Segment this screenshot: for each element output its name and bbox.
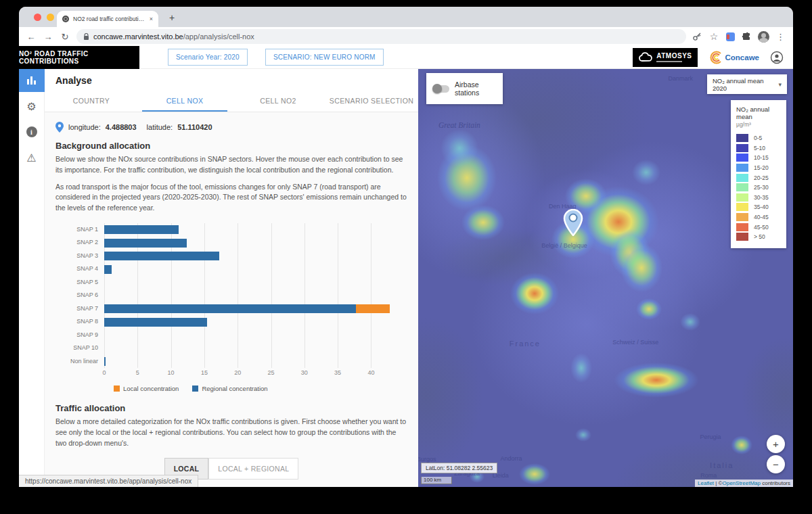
bar-row [104,342,391,355]
legend-range-label: 0-5 [754,135,762,141]
traffic-allocation-para: Below a more detailed categorization for… [55,417,407,448]
scenario-year-button[interactable]: Scenario Year: 2020 [168,49,248,66]
map-layer-dropdown[interactable]: NO₂ annual mean 2020 ▾ [707,74,787,94]
concawe-logo-text: Concawe [725,53,760,62]
key-icon[interactable] [692,32,702,41]
back-icon[interactable]: ← [26,32,37,42]
status-url-tooltip: https://concawe.marvintest.vito.be/app/a… [19,475,198,487]
zoom-out-button[interactable]: − [767,455,785,473]
bar-segment[interactable] [104,265,112,274]
leaflet-link[interactable]: Leaflet [698,480,714,486]
close-window-button[interactable] [34,14,41,21]
browser-tab[interactable]: NO2 road traffic contributions × [57,11,158,27]
map-legend-card: NO₂ annual mean µg/m³ 0-55-1010-1515-202… [731,100,786,248]
map-legend-row: 40-45 [736,212,781,223]
bar-segment[interactable] [104,252,219,260]
heatmap-city-stuttgart [636,298,662,320]
category-label: SNAP 10 [55,342,104,355]
tab-country[interactable]: COUNTRY [45,91,138,112]
atmosys-logo: ATMOSYS [633,48,697,67]
map-layer-dropdown-label: NO₂ annual mean 2020 [713,77,778,92]
bar-row [104,315,391,329]
local-regional-button[interactable]: LOCAL + REGIONAL [208,458,298,480]
map-legend-row: 10-15 [736,153,781,163]
legend-range-label: 5-10 [754,145,765,151]
x-tick-label: 0 [102,369,106,376]
url-domain: concawe.marvintest.vito.be [93,32,183,41]
scenario-button[interactable]: SCENARIO: NEW EURO NORM [265,49,384,66]
category-label: SNAP 9 [55,329,104,342]
legend-range-label: 40-45 [754,214,769,220]
bar-segment[interactable] [104,225,179,234]
sidebar-item-info[interactable]: i [19,120,45,143]
x-tick-label: 15 [201,369,208,376]
account-icon[interactable] [770,51,784,64]
bookmark-star-icon[interactable]: ☆ [708,31,719,42]
legend-swatch [736,174,748,182]
sidebar-item-settings[interactable]: ⚙ [19,95,45,118]
bar-row [104,262,391,276]
minimize-window-button[interactable] [47,14,54,21]
heatmap-major-po-valley [614,363,698,398]
tab-close-icon[interactable]: × [150,16,153,22]
latlon-readout: LatLon: 51.08282 2.55623 [421,463,497,473]
location-row: longitude: 4.488803 latitude: 51.110420 [55,122,407,133]
bar-segment[interactable] [104,304,356,313]
browser-menu-icon[interactable]: ⋮ [776,32,785,42]
url-text: concawe.marvintest.vito.be/app/analysis/… [93,32,254,41]
zoom-in-button[interactable]: + [767,435,785,453]
address-bar[interactable]: concawe.marvintest.vito.be/app/analysis/… [76,29,686,44]
url-path: /app/analysis/cell-nox [183,32,254,41]
airbase-stations-toggle[interactable] [433,85,449,93]
reload-icon[interactable]: ↻ [60,32,70,42]
warning-icon: ⚠ [26,151,36,164]
tab-cell-nox[interactable]: CELL NOX [138,91,231,112]
heatmap-sea [742,337,793,452]
map-legend-row: 5-10 [736,143,781,154]
bar-row [104,329,391,342]
heatmap-city-barcelona [519,463,550,485]
map-legend-row: 0-5 [736,133,781,143]
heatmap-faint-lyon [570,353,592,383]
map[interactable]: Great BritainDanmarkKøbenhavnDen HaagBel… [418,69,793,487]
longitude-value: 4.488803 [106,123,137,131]
concawe-logo: Concawe [708,50,760,65]
legend-swatch [736,223,748,231]
category-label: SNAP 6 [55,289,104,302]
map-marker-pin[interactable] [563,209,583,239]
extension-icon[interactable] [726,32,735,41]
tab-title: NO2 road traffic contributions [73,16,145,22]
category-label: SNAP 3 [55,250,104,263]
x-tick-label: 5 [136,369,139,376]
bar-segment[interactable] [104,357,106,366]
attribution-separator: | © [714,480,722,486]
bar-segment[interactable] [104,318,207,327]
legend-swatch [736,154,748,162]
tab-cell-no2[interactable]: CELL NO2 [231,91,325,112]
category-label: SNAP 4 [55,262,104,276]
legend-range-label: 25-30 [754,184,769,191]
bar-segment[interactable] [356,304,390,313]
heatmap-faint-north-england [441,129,478,167]
atmosys-logo-text: ATMOSYS [656,52,692,60]
new-tab-button[interactable]: + [165,12,179,23]
attribution-suffix: contributors [761,480,790,486]
chart-category-labels: SNAP 1SNAP 2SNAP 3SNAP 4SNAP 5SNAP 6SNAP… [55,223,104,369]
openstreetmap-link[interactable]: OpenStreetMap [722,480,760,486]
browser-profile-avatar[interactable] [758,31,769,43]
heatmap-major-paris [510,273,559,314]
map-legend-row: 35-40 [736,202,781,212]
chevron-down-icon: ▾ [778,81,782,88]
forward-icon[interactable]: → [43,32,53,42]
bar-row [104,302,391,316]
sidebar-item-warnings[interactable]: ⚠ [19,146,45,169]
legend-swatch [736,213,748,221]
map-legend-row: 15-20 [736,163,781,173]
map-legend-row: 45-50 [736,222,781,232]
category-label: SNAP 5 [55,276,104,289]
bar-segment[interactable] [104,239,187,248]
puzzle-extensions-icon[interactable] [742,32,751,41]
tab-scenario-selection[interactable]: SCENARIO SELECTION [325,91,418,112]
legend-swatch [736,193,748,202]
sidebar-item-analyse[interactable] [19,69,45,92]
